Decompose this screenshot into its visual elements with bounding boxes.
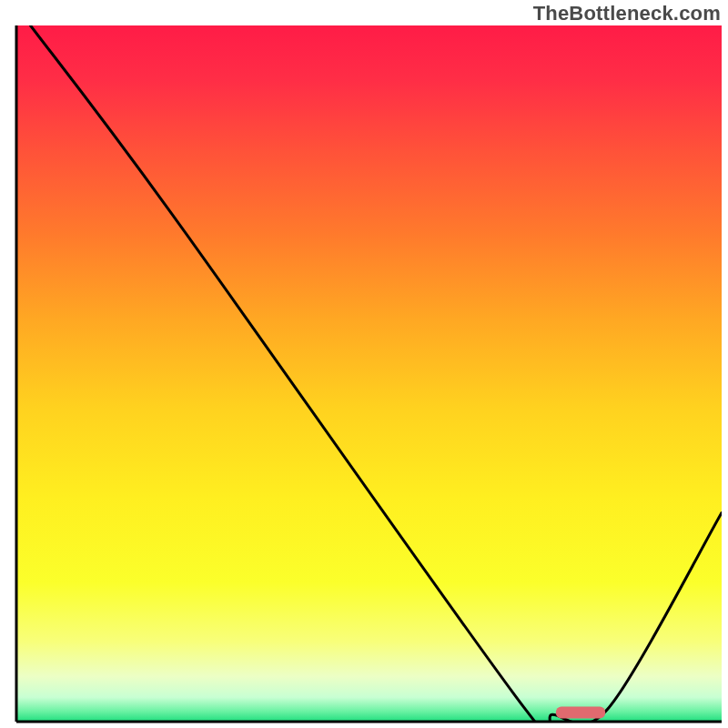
- optimal-range-marker: [556, 707, 605, 719]
- plot-background-gradient: [16, 25, 722, 722]
- watermark-text: TheBottleneck.com: [533, 2, 721, 25]
- chart-svg: [0, 0, 728, 728]
- chart-stage: TheBottleneck.com: [0, 0, 728, 728]
